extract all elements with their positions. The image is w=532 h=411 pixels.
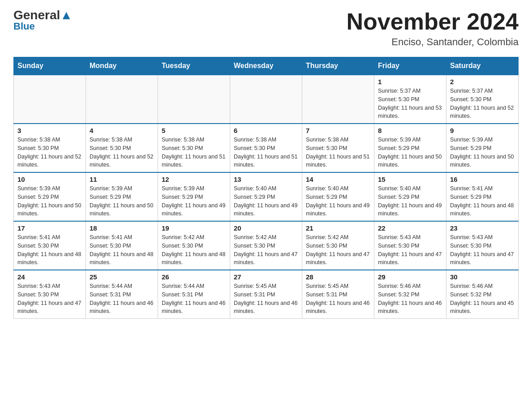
table-row: 29Sunrise: 5:46 AM Sunset: 5:32 PM Dayli… — [374, 270, 446, 319]
table-row: 13Sunrise: 5:40 AM Sunset: 5:29 PM Dayli… — [230, 172, 302, 221]
day-number: 3 — [17, 127, 82, 134]
table-row: 4Sunrise: 5:38 AM Sunset: 5:30 PM Daylig… — [86, 124, 158, 172]
calendar-week-row: 24Sunrise: 5:43 AM Sunset: 5:30 PM Dayli… — [14, 270, 519, 319]
day-info: Sunrise: 5:42 AM Sunset: 5:30 PM Dayligh… — [162, 233, 226, 267]
day-number: 24 — [17, 273, 82, 281]
col-tuesday: Tuesday — [158, 57, 230, 75]
day-number: 15 — [378, 176, 442, 183]
col-sunday: Sunday — [14, 57, 86, 75]
day-number: 21 — [306, 224, 370, 232]
day-number: 28 — [306, 273, 370, 281]
day-number: 20 — [234, 224, 298, 232]
day-info: Sunrise: 5:43 AM Sunset: 5:30 PM Dayligh… — [378, 233, 442, 267]
day-info: Sunrise: 5:39 AM Sunset: 5:29 PM Dayligh… — [162, 184, 226, 218]
table-row: 30Sunrise: 5:46 AM Sunset: 5:32 PM Dayli… — [446, 270, 519, 319]
day-number: 6 — [234, 127, 298, 134]
day-info: Sunrise: 5:38 AM Sunset: 5:30 PM Dayligh… — [17, 136, 82, 169]
day-info: Sunrise: 5:38 AM Sunset: 5:30 PM Dayligh… — [90, 136, 154, 169]
table-row: 24Sunrise: 5:43 AM Sunset: 5:30 PM Dayli… — [14, 270, 86, 319]
calendar-title: November 2024 — [347, 9, 519, 34]
day-info: Sunrise: 5:45 AM Sunset: 5:31 PM Dayligh… — [306, 282, 370, 316]
table-row: 2Sunrise: 5:37 AM Sunset: 5:30 PM Daylig… — [446, 75, 519, 124]
day-info: Sunrise: 5:38 AM Sunset: 5:30 PM Dayligh… — [162, 136, 226, 169]
day-info: Sunrise: 5:39 AM Sunset: 5:29 PM Dayligh… — [17, 184, 82, 218]
day-info: Sunrise: 5:42 AM Sunset: 5:30 PM Dayligh… — [234, 233, 298, 267]
table-row: 21Sunrise: 5:42 AM Sunset: 5:30 PM Dayli… — [302, 221, 374, 270]
day-info: Sunrise: 5:43 AM Sunset: 5:30 PM Dayligh… — [17, 282, 82, 316]
table-row: 20Sunrise: 5:42 AM Sunset: 5:30 PM Dayli… — [230, 221, 302, 270]
day-info: Sunrise: 5:40 AM Sunset: 5:29 PM Dayligh… — [306, 184, 370, 218]
calendar-week-row: 3Sunrise: 5:38 AM Sunset: 5:30 PM Daylig… — [14, 124, 519, 172]
day-number: 17 — [17, 224, 82, 232]
table-row: 18Sunrise: 5:41 AM Sunset: 5:30 PM Dayli… — [86, 221, 158, 270]
table-row — [158, 75, 230, 124]
table-row — [302, 75, 374, 124]
table-row: 12Sunrise: 5:39 AM Sunset: 5:29 PM Dayli… — [158, 172, 230, 221]
table-row: 23Sunrise: 5:43 AM Sunset: 5:30 PM Dayli… — [446, 221, 519, 270]
col-wednesday: Wednesday — [230, 57, 302, 75]
day-number: 18 — [90, 224, 154, 232]
col-monday: Monday — [86, 57, 158, 75]
day-info: Sunrise: 5:37 AM Sunset: 5:30 PM Dayligh… — [450, 87, 515, 120]
logo-general-text: General▲ — [13, 9, 73, 21]
day-number: 14 — [306, 176, 370, 183]
table-row: 10Sunrise: 5:39 AM Sunset: 5:29 PM Dayli… — [14, 172, 86, 221]
day-number: 10 — [17, 176, 82, 183]
page-header: General▲ Blue November 2024 Enciso, Sant… — [13, 9, 519, 48]
col-saturday: Saturday — [446, 57, 519, 75]
day-number: 30 — [450, 273, 515, 281]
day-info: Sunrise: 5:37 AM Sunset: 5:30 PM Dayligh… — [378, 87, 442, 120]
day-info: Sunrise: 5:41 AM Sunset: 5:29 PM Dayligh… — [450, 184, 515, 218]
day-info: Sunrise: 5:43 AM Sunset: 5:30 PM Dayligh… — [450, 233, 515, 267]
day-info: Sunrise: 5:46 AM Sunset: 5:32 PM Dayligh… — [450, 282, 515, 316]
table-row: 7Sunrise: 5:38 AM Sunset: 5:30 PM Daylig… — [302, 124, 374, 172]
calendar-table: Sunday Monday Tuesday Wednesday Thursday… — [13, 57, 519, 319]
table-row — [230, 75, 302, 124]
logo-blue-text: Blue — [13, 21, 35, 32]
day-number: 12 — [162, 176, 226, 183]
table-row: 27Sunrise: 5:45 AM Sunset: 5:31 PM Dayli… — [230, 270, 302, 319]
table-row: 5Sunrise: 5:38 AM Sunset: 5:30 PM Daylig… — [158, 124, 230, 172]
calendar-header-row: Sunday Monday Tuesday Wednesday Thursday… — [14, 57, 519, 75]
day-info: Sunrise: 5:46 AM Sunset: 5:32 PM Dayligh… — [378, 282, 442, 316]
day-number: 26 — [162, 273, 226, 281]
day-info: Sunrise: 5:39 AM Sunset: 5:29 PM Dayligh… — [378, 136, 442, 169]
logo: General▲ Blue — [13, 9, 73, 32]
day-number: 9 — [450, 127, 515, 134]
table-row: 22Sunrise: 5:43 AM Sunset: 5:30 PM Dayli… — [374, 221, 446, 270]
day-info: Sunrise: 5:44 AM Sunset: 5:31 PM Dayligh… — [90, 282, 154, 316]
title-block: November 2024 Enciso, Santander, Colombi… — [347, 9, 519, 48]
day-number: 16 — [450, 176, 515, 183]
table-row: 17Sunrise: 5:41 AM Sunset: 5:30 PM Dayli… — [14, 221, 86, 270]
day-number: 13 — [234, 176, 298, 183]
day-info: Sunrise: 5:41 AM Sunset: 5:30 PM Dayligh… — [90, 233, 154, 267]
day-info: Sunrise: 5:39 AM Sunset: 5:29 PM Dayligh… — [450, 136, 515, 169]
day-info: Sunrise: 5:41 AM Sunset: 5:30 PM Dayligh… — [17, 233, 82, 267]
table-row: 11Sunrise: 5:39 AM Sunset: 5:29 PM Dayli… — [86, 172, 158, 221]
calendar-week-row: 10Sunrise: 5:39 AM Sunset: 5:29 PM Dayli… — [14, 172, 519, 221]
calendar-week-row: 1Sunrise: 5:37 AM Sunset: 5:30 PM Daylig… — [14, 75, 519, 124]
calendar-week-row: 17Sunrise: 5:41 AM Sunset: 5:30 PM Dayli… — [14, 221, 519, 270]
day-info: Sunrise: 5:39 AM Sunset: 5:29 PM Dayligh… — [90, 184, 154, 218]
day-number: 11 — [90, 176, 154, 183]
table-row: 9Sunrise: 5:39 AM Sunset: 5:29 PM Daylig… — [446, 124, 519, 172]
table-row: 1Sunrise: 5:37 AM Sunset: 5:30 PM Daylig… — [374, 75, 446, 124]
location-subtitle: Enciso, Santander, Colombia — [347, 36, 519, 48]
day-number: 8 — [378, 127, 442, 134]
col-thursday: Thursday — [302, 57, 374, 75]
day-number: 27 — [234, 273, 298, 281]
day-number: 4 — [90, 127, 154, 134]
day-number: 25 — [90, 273, 154, 281]
day-number: 7 — [306, 127, 370, 134]
day-info: Sunrise: 5:40 AM Sunset: 5:29 PM Dayligh… — [234, 184, 298, 218]
table-row: 3Sunrise: 5:38 AM Sunset: 5:30 PM Daylig… — [14, 124, 86, 172]
table-row: 19Sunrise: 5:42 AM Sunset: 5:30 PM Dayli… — [158, 221, 230, 270]
table-row: 16Sunrise: 5:41 AM Sunset: 5:29 PM Dayli… — [446, 172, 519, 221]
day-number: 1 — [378, 78, 442, 86]
day-number: 22 — [378, 224, 442, 232]
day-info: Sunrise: 5:40 AM Sunset: 5:29 PM Dayligh… — [378, 184, 442, 218]
table-row: 6Sunrise: 5:38 AM Sunset: 5:30 PM Daylig… — [230, 124, 302, 172]
day-number: 29 — [378, 273, 442, 281]
table-row: 8Sunrise: 5:39 AM Sunset: 5:29 PM Daylig… — [374, 124, 446, 172]
day-info: Sunrise: 5:38 AM Sunset: 5:30 PM Dayligh… — [234, 136, 298, 169]
